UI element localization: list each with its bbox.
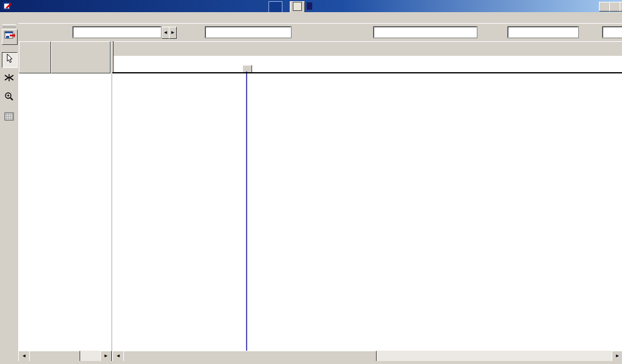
new-waveform-icon[interactable] — [2, 29, 18, 45]
edit-tool-icon[interactable] — [2, 72, 16, 86]
waveform-tool-palette — [0, 23, 18, 364]
quartus-app-icon — [2, 1, 12, 11]
signal-name-panel — [18, 73, 111, 351]
restore-button[interactable] — [609, 2, 620, 12]
waveform-doc-icon — [307, 2, 312, 10]
minimize-button[interactable] — [599, 2, 610, 12]
help-button[interactable] — [290, 1, 305, 13]
pointer-tool-icon[interactable] — [2, 52, 18, 68]
time-toolbar: ◄ ► — [18, 23, 622, 39]
toolbar-grip[interactable] — [2, 24, 16, 27]
end-field[interactable] — [603, 27, 622, 38]
language-indicator[interactable] — [268, 1, 282, 13]
window-bottom-edge — [0, 361, 622, 364]
waveform-hscrollbar[interactable]: ◄ ► — [112, 351, 622, 361]
header-name-cell — [51, 41, 111, 73]
waveform-canvas — [112, 73, 622, 351]
timeline-ruler[interactable] — [112, 41, 622, 57]
cursor-band[interactable] — [112, 56, 622, 73]
pointer-field — [205, 27, 291, 38]
title-bar — [0, 0, 622, 12]
menu-bar — [0, 12, 622, 23]
master-time-bar-field[interactable] — [73, 27, 161, 38]
zoom-tool-icon[interactable] — [2, 91, 16, 106]
waveform-panel[interactable] — [112, 72, 622, 352]
help-icon — [293, 2, 302, 11]
grid-tool-icon[interactable] — [2, 110, 16, 125]
header-blank-cell — [19, 41, 51, 73]
close-button[interactable] — [620, 2, 622, 12]
start-field[interactable] — [508, 27, 578, 38]
interval-field — [374, 27, 477, 38]
name-panel-hscrollbar[interactable]: ◄ ► — [18, 351, 111, 361]
time-spin-right-icon[interactable]: ► — [169, 27, 177, 39]
